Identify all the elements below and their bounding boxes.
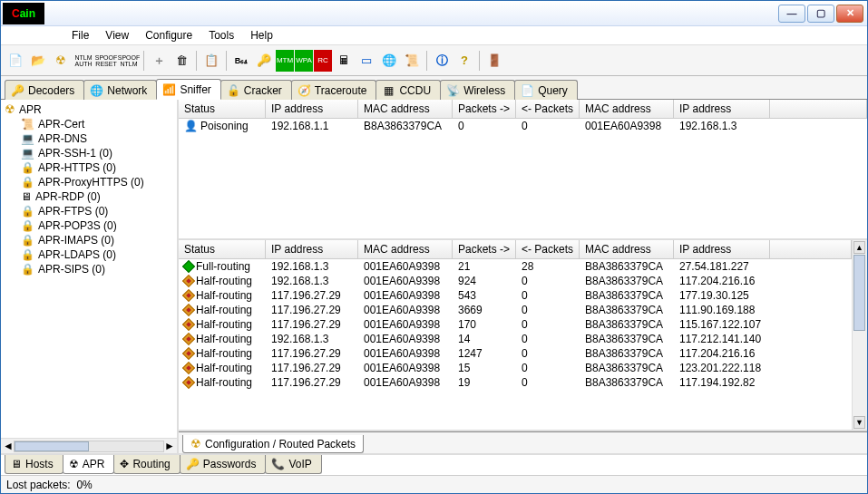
badge2-icon[interactable]: WPA bbox=[295, 50, 313, 72]
find-icon[interactable]: 📋 bbox=[200, 50, 222, 72]
col-pk1[interactable]: Packets -> bbox=[453, 100, 516, 118]
tab-decoders[interactable]: 🔑Decoders bbox=[5, 80, 84, 100]
btab-routing[interactable]: ✥Routing bbox=[113, 455, 180, 474]
tab-label: Traceroute bbox=[315, 84, 367, 97]
btab-hosts[interactable]: 🖥Hosts bbox=[5, 455, 63, 474]
badge1-icon[interactable]: MTM bbox=[276, 50, 294, 72]
tree-item[interactable]: 🔒APR-HTTPS (0) bbox=[19, 160, 175, 175]
tree-item[interactable]: 🔒APR-IMAPS (0) bbox=[19, 233, 175, 247]
calc-icon[interactable]: 🖩 bbox=[333, 50, 355, 72]
new-icon[interactable]: 📄 bbox=[5, 50, 26, 72]
col-pk1[interactable]: Packets -> bbox=[453, 240, 516, 258]
close-button[interactable]: ✕ bbox=[836, 5, 863, 23]
tab-ccdu[interactable]: ▦CCDU bbox=[375, 80, 441, 100]
col-mac2[interactable]: MAC address bbox=[580, 100, 674, 118]
menu-file[interactable]: File bbox=[64, 27, 96, 44]
menu-view[interactable]: View bbox=[98, 27, 136, 44]
col-pk2[interactable]: <- Packets bbox=[516, 240, 580, 258]
col-ip2[interactable]: IP address bbox=[674, 240, 770, 258]
menu-configure[interactable]: Configure bbox=[138, 27, 200, 44]
half-routing-icon bbox=[182, 333, 195, 345]
scroll-down-icon[interactable]: ▼ bbox=[853, 416, 865, 429]
maximize-button[interactable]: ▢ bbox=[807, 5, 834, 23]
ntlm-auth-icon[interactable]: NTLMAUTH bbox=[73, 50, 94, 72]
sidebar-hscroll[interactable]: ◄ ► bbox=[1, 438, 177, 453]
delete-icon[interactable]: 🗑 bbox=[171, 50, 192, 72]
info-icon[interactable]: ⓘ bbox=[431, 50, 453, 72]
scroll-up-icon[interactable]: ▲ bbox=[853, 241, 865, 254]
tab-traceroute[interactable]: 🧭Traceroute bbox=[291, 80, 377, 100]
tree-root[interactable]: ☢ APR bbox=[3, 102, 175, 117]
wireless-icon: 📡 bbox=[446, 83, 460, 97]
tab-config-routed[interactable]: ☢ Configuration / Routed Packets bbox=[182, 435, 364, 453]
col-mac1[interactable]: MAC address bbox=[358, 100, 453, 118]
b64-icon[interactable]: B₆₄ bbox=[230, 50, 252, 72]
scroll-right-icon[interactable]: ► bbox=[164, 440, 175, 452]
badge3-icon[interactable]: RC bbox=[314, 50, 332, 72]
spoof-reset-icon[interactable]: SPOOFRESET bbox=[95, 50, 117, 72]
cert-icon[interactable]: 📜 bbox=[401, 50, 423, 72]
table-row[interactable]: Half-routing117.196.27.29001EA60A9398190… bbox=[179, 375, 852, 390]
col-ip1[interactable]: IP address bbox=[266, 240, 358, 258]
scroll-thumb[interactable] bbox=[853, 255, 865, 331]
bottom-tabstrip: 🖥Hosts☢APR✥Routing🔑Passwords📞VoIP bbox=[1, 453, 867, 475]
half-routing-icon bbox=[182, 362, 195, 374]
tree-item-icon: 🖥 bbox=[21, 190, 32, 203]
half-routing-icon bbox=[182, 318, 195, 331]
tab-label: Decoders bbox=[28, 84, 74, 97]
btab-apr[interactable]: ☢APR bbox=[63, 455, 115, 474]
tree-item[interactable]: 🖥APR-RDP (0) bbox=[19, 189, 175, 204]
table-row[interactable]: Half-routing117.196.27.29001EA60A9398170… bbox=[179, 317, 852, 332]
network-icon: 🌐 bbox=[90, 83, 103, 97]
tab-query[interactable]: 📄Query bbox=[514, 80, 578, 100]
key-icon[interactable]: 🔑 bbox=[253, 50, 275, 72]
col-status[interactable]: Status bbox=[179, 240, 266, 258]
tree-item[interactable]: 💻APR-SSH-1 (0) bbox=[19, 146, 175, 160]
scroll-thumb[interactable] bbox=[15, 441, 89, 451]
col-mac1[interactable]: MAC address bbox=[358, 240, 453, 258]
open-icon[interactable]: 📂 bbox=[27, 50, 49, 72]
tab-sniffer[interactable]: 📶Sniffer bbox=[156, 79, 220, 100]
minimize-button[interactable]: — bbox=[778, 5, 805, 23]
btab-voip[interactable]: 📞VoIP bbox=[265, 455, 321, 474]
globe2-icon[interactable]: 🌐 bbox=[378, 50, 400, 72]
tab-label: Wireless bbox=[463, 84, 505, 97]
tree-item[interactable]: 🔒APR-FTPS (0) bbox=[19, 204, 175, 218]
spoof-ntlm-icon[interactable]: SPOOFNTLM bbox=[118, 50, 140, 72]
table-row[interactable]: Half-routing117.196.27.29001EA60A9398124… bbox=[179, 346, 852, 361]
tree-item[interactable]: 💻APR-DNS bbox=[19, 131, 175, 146]
col-ip2[interactable]: IP address bbox=[674, 100, 770, 118]
table-row[interactable]: Half-routing192.168.1.3001EA60A93989240B… bbox=[179, 274, 852, 288]
table-row[interactable]: Half-routing192.168.1.3001EA60A9398140B8… bbox=[179, 332, 852, 346]
tree-item[interactable]: 🔒APR-ProxyHTTPS (0) bbox=[19, 175, 175, 189]
tab-network[interactable]: 🌐Network bbox=[83, 80, 157, 100]
col-status[interactable]: Status bbox=[179, 100, 266, 118]
monitor-icon[interactable]: ▭ bbox=[356, 50, 377, 72]
menu-tools[interactable]: Tools bbox=[201, 27, 241, 44]
add-icon[interactable]: ＋ bbox=[148, 50, 170, 72]
col-mac2[interactable]: MAC address bbox=[580, 240, 674, 258]
help-icon[interactable]: ? bbox=[454, 50, 475, 72]
tab-label: Network bbox=[107, 84, 147, 97]
table-row[interactable]: Half-routing117.196.27.29001EA60A9398543… bbox=[179, 288, 852, 303]
table-row[interactable]: Full-routing192.168.1.3001EA60A93982128B… bbox=[179, 259, 852, 274]
col-pk2[interactable]: <- Packets bbox=[516, 100, 580, 118]
tree-item[interactable]: 🔒APR-LDAPS (0) bbox=[19, 247, 175, 262]
menu-help[interactable]: Help bbox=[243, 27, 280, 44]
table-row[interactable]: Half-routing117.196.27.29001EA60A9398366… bbox=[179, 303, 852, 317]
scroll-left-icon[interactable]: ◄ bbox=[3, 440, 14, 452]
exit-icon[interactable]: 🚪 bbox=[483, 50, 505, 72]
tree-item[interactable]: 🔒APR-POP3S (0) bbox=[19, 218, 175, 233]
table-row[interactable]: Half-routing117.196.27.29001EA60A9398150… bbox=[179, 361, 852, 375]
btab-passwords[interactable]: 🔑Passwords bbox=[180, 455, 267, 474]
tab-cracker[interactable]: 🔓Cracker bbox=[220, 80, 292, 100]
routing-vscroll[interactable]: ▲ ▼ bbox=[852, 240, 867, 430]
lost-packets-label: Lost packets: bbox=[6, 479, 71, 491]
nuke-icon[interactable]: ☢ bbox=[50, 50, 72, 72]
tree-item[interactable]: 🔒APR-SIPS (0) bbox=[19, 262, 175, 276]
tab-wireless[interactable]: 📡Wireless bbox=[440, 80, 515, 100]
col-ip1[interactable]: IP address bbox=[266, 100, 358, 118]
table-row[interactable]: 👤Poisoning192.168.1.1B8A3863379CA00001EA… bbox=[179, 119, 867, 133]
apr-tree[interactable]: ☢ APR 📜APR-Cert💻APR-DNS💻APR-SSH-1 (0)🔒AP… bbox=[1, 100, 177, 438]
tree-item[interactable]: 📜APR-Cert bbox=[19, 117, 175, 131]
